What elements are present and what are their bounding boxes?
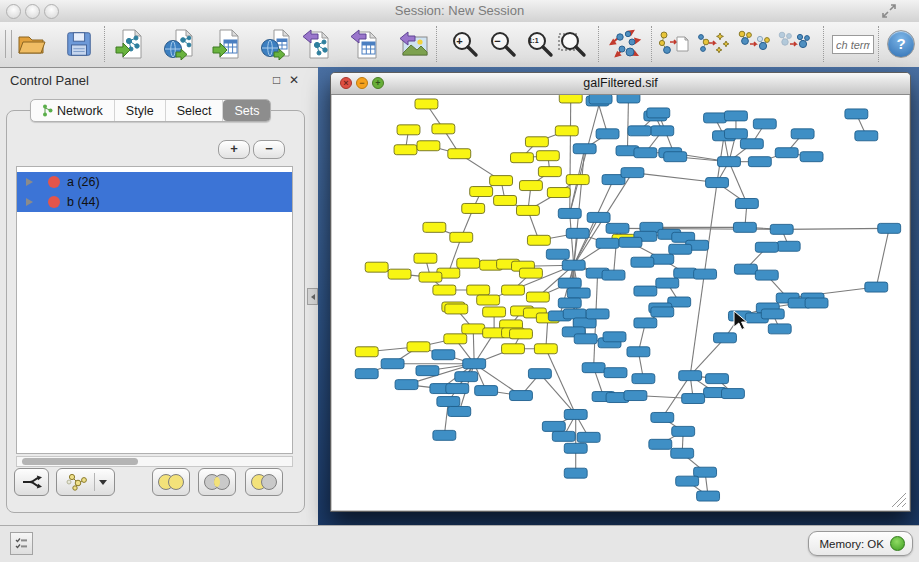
- network-node[interactable]: [724, 129, 747, 139]
- export-network-button[interactable]: [301, 27, 335, 61]
- network-node[interactable]: [706, 374, 729, 384]
- network-node[interactable]: [423, 222, 446, 232]
- network-node[interactable]: [355, 347, 378, 357]
- network-node[interactable]: [490, 176, 513, 186]
- network-node[interactable]: [632, 374, 655, 384]
- network-node[interactable]: [587, 212, 610, 222]
- network-node[interactable]: [397, 125, 420, 135]
- network-node[interactable]: [647, 108, 670, 118]
- network-node[interactable]: [562, 260, 585, 270]
- network-node[interactable]: [768, 324, 791, 334]
- network-node[interactable]: [462, 203, 485, 213]
- import-network-file-button[interactable]: [114, 27, 148, 61]
- network-node[interactable]: [477, 295, 500, 305]
- network-node[interactable]: [755, 242, 778, 252]
- neighbors-incoming-button[interactable]: [776, 27, 810, 61]
- network-node[interactable]: [596, 238, 619, 248]
- network-node[interactable]: [519, 268, 542, 278]
- network-node[interactable]: [651, 126, 674, 136]
- intersection-sets-button[interactable]: [198, 468, 236, 496]
- network-node[interactable]: [536, 151, 559, 161]
- collapse-panel-handle[interactable]: [307, 288, 318, 305]
- network-node[interactable]: [577, 432, 600, 442]
- network-node[interactable]: [676, 476, 699, 486]
- network-node[interactable]: [733, 222, 756, 232]
- apply-layout-button[interactable]: [608, 27, 642, 61]
- network-node[interactable]: [566, 228, 589, 238]
- open-file-button[interactable]: [14, 27, 48, 61]
- network-node[interactable]: [619, 237, 642, 247]
- network-node[interactable]: [734, 264, 757, 274]
- network-node[interactable]: [558, 298, 581, 308]
- create-set-from-network-button[interactable]: [56, 468, 115, 496]
- network-node[interactable]: [656, 278, 679, 288]
- zoom-actual-size-button[interactable]: 1:1: [523, 27, 557, 61]
- network-node[interactable]: [603, 332, 626, 342]
- network-node[interactable]: [394, 145, 417, 155]
- network-edge[interactable]: [632, 173, 717, 183]
- network-node[interactable]: [694, 269, 717, 279]
- network-node[interactable]: [445, 304, 468, 314]
- import-network-web-button[interactable]: [163, 27, 197, 61]
- network-node[interactable]: [735, 199, 758, 209]
- network-node[interactable]: [649, 439, 672, 449]
- network-node[interactable]: [651, 307, 674, 317]
- network-node[interactable]: [502, 285, 525, 295]
- network-node[interactable]: [694, 467, 717, 477]
- remove-set-button[interactable]: −: [253, 140, 285, 159]
- network-node[interactable]: [417, 141, 440, 151]
- network-node[interactable]: [538, 167, 561, 177]
- network-edge[interactable]: [570, 213, 574, 265]
- difference-sets-button[interactable]: [245, 468, 283, 496]
- memory-status-button[interactable]: Memory: OK: [808, 531, 913, 556]
- search-input[interactable]: [832, 35, 874, 54]
- network-node[interactable]: [564, 409, 587, 419]
- network-node[interactable]: [775, 148, 798, 158]
- network-node[interactable]: [432, 124, 455, 134]
- network-node[interactable]: [634, 286, 657, 296]
- network-node[interactable]: [573, 318, 596, 328]
- network-node[interactable]: [462, 324, 485, 334]
- network-node[interactable]: [722, 389, 745, 399]
- expand-arrow-icon[interactable]: [26, 178, 33, 186]
- network-node[interactable]: [415, 99, 438, 109]
- network-node[interactable]: [664, 152, 687, 162]
- network-node[interactable]: [704, 113, 727, 123]
- network-node[interactable]: [526, 292, 549, 302]
- network-node[interactable]: [528, 369, 551, 379]
- network-node[interactable]: [448, 149, 471, 159]
- network-node[interactable]: [381, 359, 404, 369]
- network-node[interactable]: [457, 258, 480, 268]
- network-node[interactable]: [714, 333, 737, 343]
- import-table-web-button[interactable]: [260, 27, 294, 61]
- network-edge[interactable]: [627, 98, 628, 151]
- sets-list[interactable]: a (26) b (44): [16, 166, 293, 454]
- zoom-fit-selected-button[interactable]: [556, 27, 590, 61]
- network-node[interactable]: [564, 443, 587, 453]
- network-node[interactable]: [511, 153, 534, 163]
- network-node[interactable]: [651, 254, 674, 264]
- network-node[interactable]: [564, 468, 587, 478]
- network-node[interactable]: [634, 318, 657, 328]
- network-node[interactable]: [416, 366, 439, 376]
- network-node[interactable]: [800, 152, 823, 162]
- save-session-button[interactable]: [62, 27, 96, 61]
- network-node[interactable]: [718, 157, 741, 167]
- network-node[interactable]: [671, 448, 694, 458]
- set-row-b[interactable]: b (44): [17, 192, 292, 212]
- neighbors-report-button[interactable]: [656, 27, 690, 61]
- network-node[interactable]: [444, 334, 467, 344]
- fullscreen-icon[interactable]: [881, 3, 897, 19]
- network-node[interactable]: [878, 223, 901, 233]
- network-node[interactable]: [467, 285, 490, 295]
- network-node[interactable]: [574, 334, 597, 344]
- network-node[interactable]: [433, 430, 456, 440]
- network-node[interactable]: [634, 148, 657, 158]
- network-node[interactable]: [475, 386, 498, 396]
- union-sets-button[interactable]: [152, 468, 190, 496]
- network-node[interactable]: [855, 131, 878, 141]
- network-node[interactable]: [724, 111, 747, 121]
- network-node[interactable]: [502, 344, 525, 354]
- sets-horizontal-scrollbar[interactable]: [16, 456, 293, 467]
- network-node[interactable]: [755, 270, 778, 280]
